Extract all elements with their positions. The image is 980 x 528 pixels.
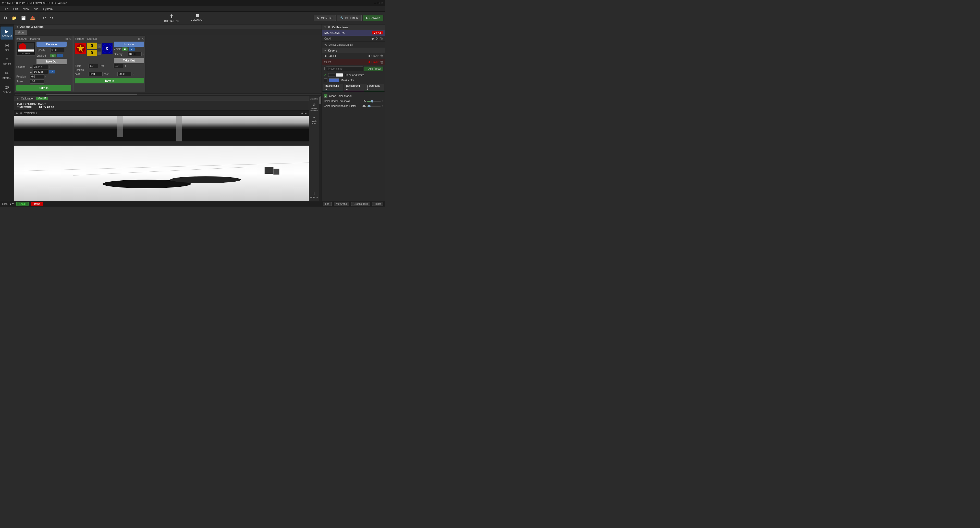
builder-btn[interactable]: 🔧 BUILDER bbox=[337, 15, 362, 21]
bg-tab-1[interactable]: Background 1 bbox=[323, 84, 343, 91]
log-btn[interactable]: Log bbox=[323, 202, 332, 206]
console-expand-icon[interactable]: ▶ bbox=[16, 112, 18, 114]
config-btn[interactable]: ⚙ CONFIG bbox=[313, 15, 336, 21]
enabled-blue[interactable]: ✓ bbox=[57, 54, 63, 57]
menu-view[interactable]: View bbox=[21, 7, 32, 11]
console-scroll-left[interactable]: ◀ bbox=[301, 112, 303, 114]
threshold-thumb[interactable] bbox=[371, 100, 373, 103]
score-posz-input[interactable] bbox=[118, 72, 131, 76]
score2d-takeout-btn[interactable]: Take Out bbox=[114, 58, 144, 63]
score2d-takein-btn[interactable]: Take In bbox=[75, 78, 144, 83]
score-rot-spin[interactable]: ↕ bbox=[125, 65, 126, 67]
save-btn[interactable]: 💾 bbox=[19, 14, 27, 21]
color-mask-checkbox[interactable] bbox=[324, 78, 328, 82]
cleanup-action[interactable]: ⏹ CLEANUP bbox=[188, 12, 207, 24]
score-expand-icon[interactable]: ⊞ bbox=[138, 37, 141, 41]
rot-spin[interactable]: ↕ bbox=[45, 75, 46, 78]
score-rot-input[interactable] bbox=[114, 64, 124, 68]
blending-slider[interactable] bbox=[367, 106, 381, 106]
object-position-action[interactable]: ⊕ Object Position bbox=[310, 101, 319, 113]
score-opacity-spin[interactable]: ↕ bbox=[143, 53, 144, 55]
graphic-hub-btn[interactable]: Graphic Hub bbox=[351, 202, 370, 206]
toolbar-center: ⬆ INITIALIZE ⏹ CLEANUP bbox=[56, 12, 313, 24]
sidebar-item-actions[interactable]: ▶ ACTIONS bbox=[0, 27, 13, 40]
score-opacity-input[interactable] bbox=[127, 52, 142, 56]
posz-blue[interactable]: ✓ bbox=[49, 70, 55, 73]
score2-spin[interactable]: ↕ bbox=[97, 52, 101, 55]
widget-close-icon[interactable]: ✕ bbox=[68, 37, 71, 41]
actions-panel-header[interactable]: ▼ Actions & Scripts bbox=[14, 24, 321, 29]
bg-tab-2[interactable]: Background 2 bbox=[344, 84, 364, 91]
undo-btn[interactable]: ↩ bbox=[41, 14, 48, 21]
local-server-badge[interactable]: -Local- bbox=[16, 202, 29, 206]
tab-show[interactable]: show bbox=[15, 30, 27, 35]
threshold-info-icon[interactable]: ℹ bbox=[382, 100, 383, 103]
enabled-toggle[interactable]: ◉ bbox=[50, 54, 56, 57]
viz-arena-btn[interactable]: Viz Arena bbox=[334, 202, 349, 206]
scale-spin[interactable]: ↕ bbox=[45, 80, 46, 83]
sidebar-item-design[interactable]: ✏ DESIGN bbox=[0, 68, 13, 81]
vertical-scrollbar[interactable] bbox=[319, 96, 321, 201]
saveas-btn[interactable]: 📤 bbox=[29, 14, 37, 21]
redo-btn[interactable]: ↪ bbox=[48, 14, 55, 21]
actions-scrollbar[interactable] bbox=[14, 93, 321, 96]
sidebar-item-script[interactable]: ≡ SCRIPT bbox=[0, 55, 13, 67]
score2-input[interactable] bbox=[87, 50, 97, 56]
score-close-icon[interactable]: ✕ bbox=[142, 37, 144, 41]
calibrations-header[interactable]: ▼ ⚙ Calibrations bbox=[322, 24, 385, 30]
blending-thumb[interactable] bbox=[368, 105, 371, 107]
score1-input[interactable] bbox=[87, 43, 97, 49]
clear-model-checkbox[interactable]: ✓ bbox=[324, 94, 328, 98]
keyers-header[interactable]: ▼ Keyers bbox=[322, 48, 385, 53]
ndi-info-action[interactable]: ℹ NDI Info bbox=[310, 190, 319, 200]
image-ad-takeout-btn[interactable]: Take Out bbox=[37, 59, 67, 64]
sidebar-item-arena[interactable]: 🏟 ARENA bbox=[0, 82, 13, 95]
arena-server-badge[interactable]: -arena- bbox=[30, 202, 43, 206]
opacity-input[interactable] bbox=[50, 48, 64, 52]
close-btn[interactable]: × bbox=[381, 1, 383, 5]
console-scroll-right[interactable]: ▶ bbox=[305, 112, 307, 114]
initialize-action[interactable]: ⬆ INITIALIZE bbox=[161, 12, 182, 24]
menu-viz[interactable]: Viz bbox=[32, 7, 41, 11]
add-preset-btn[interactable]: + Add Preset bbox=[364, 67, 383, 71]
visible-blue[interactable]: ✓ bbox=[129, 48, 135, 51]
visible-toggle[interactable]: ◉ bbox=[122, 48, 127, 51]
svg-rect-15 bbox=[117, 116, 123, 137]
widget-expand-icon[interactable]: ⊞ bbox=[65, 37, 68, 41]
open-btn[interactable]: 📁 bbox=[10, 14, 18, 21]
bg-tab-fg1[interactable]: Foreground 1 bbox=[364, 84, 384, 91]
sidebar-item-set[interactable]: ⊞ SET bbox=[0, 41, 13, 54]
preset-name-input[interactable] bbox=[326, 66, 363, 71]
window-controls[interactable]: ─ □ × bbox=[374, 1, 383, 5]
new-btn[interactable]: 🗋 bbox=[2, 15, 9, 21]
keyer-default-del[interactable]: 🗑 bbox=[380, 54, 383, 58]
detect-row[interactable]: ◎ Detect Calibration [D] bbox=[322, 41, 385, 48]
score-pos-spin[interactable]: ↕ bbox=[132, 73, 134, 76]
vscroll-thumb[interactable] bbox=[319, 97, 321, 104]
pos-x-spin[interactable]: ↕ bbox=[49, 65, 51, 68]
threshold-slider[interactable] bbox=[367, 101, 381, 102]
menu-file[interactable]: File bbox=[1, 7, 11, 11]
on-air-btn[interactable]: ▶ ON-AIR bbox=[363, 15, 383, 21]
rotation-input[interactable] bbox=[30, 75, 44, 79]
minimize-btn[interactable]: ─ bbox=[374, 1, 376, 5]
menu-system[interactable]: System bbox=[41, 7, 55, 11]
score-scale-input[interactable] bbox=[89, 64, 99, 68]
script-btn[interactable]: Script bbox=[372, 202, 383, 206]
position-z-input[interactable] bbox=[33, 70, 48, 74]
position-x-input[interactable] bbox=[33, 65, 48, 69]
blending-info-icon[interactable]: ℹ bbox=[382, 104, 383, 108]
mask-edit-action[interactable]: ✂ Mask Edit bbox=[310, 114, 319, 126]
scale-input[interactable] bbox=[30, 79, 44, 84]
preset-info-icon[interactable]: ℹ bbox=[324, 67, 325, 71]
menu-edit[interactable]: Edit bbox=[11, 7, 21, 11]
opacity-spin[interactable]: ↕ bbox=[65, 49, 67, 52]
score-posx-input[interactable] bbox=[89, 72, 103, 76]
maximize-btn[interactable]: □ bbox=[378, 1, 380, 5]
local-arrow-icon[interactable]: ▲▼ bbox=[9, 203, 14, 205]
score1-spin[interactable]: ↕ bbox=[97, 44, 101, 48]
image-ad-takein-btn[interactable]: Take In bbox=[16, 85, 71, 91]
keyer-test-del[interactable]: 🗑 bbox=[380, 60, 383, 64]
image-ad-preview-btn[interactable]: Preview bbox=[37, 41, 67, 47]
score2d-preview-btn[interactable]: Preview bbox=[114, 41, 144, 47]
